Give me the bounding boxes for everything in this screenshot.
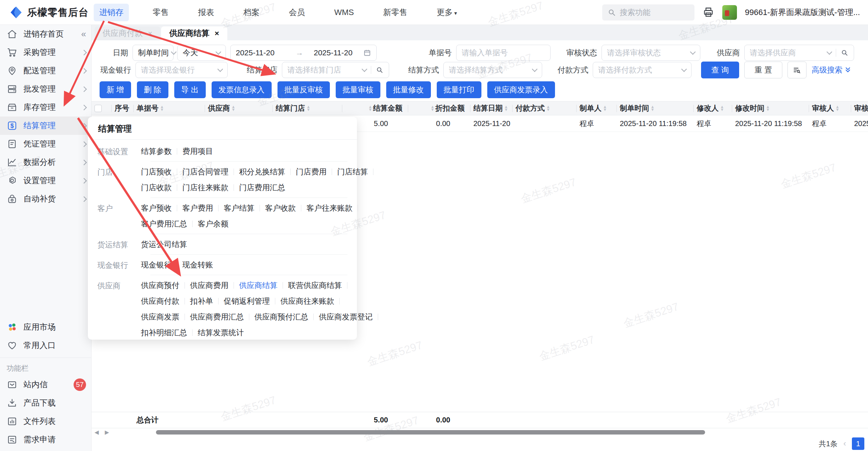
sort-icon[interactable]: ▲▼	[835, 105, 839, 111]
audit-status-select[interactable]: 请选择审核状态	[601, 45, 700, 61]
delete-button[interactable]: 删 除	[137, 81, 168, 98]
menu-link[interactable]: 客户费用汇总	[141, 219, 187, 229]
close-tab-icon[interactable]: ×	[148, 29, 152, 38]
col-supplier[interactable]: 供应商▲▼	[205, 101, 273, 115]
advanced-search-link[interactable]: 高级搜索	[812, 65, 851, 75]
query-button[interactable]: 查 询	[701, 62, 739, 78]
menu-item-wms[interactable]: WMS	[329, 4, 360, 21]
sidebar-item-delivery[interactable]: 配送管理	[0, 62, 91, 80]
menu-item-archives[interactable]: 档案	[238, 4, 265, 21]
user-avatar[interactable]	[722, 5, 737, 20]
date-quick-select[interactable]: 今天	[177, 45, 226, 61]
sort-icon[interactable]: ▲▼	[368, 105, 372, 111]
col-make-time[interactable]: 制单时间▲▼	[617, 101, 694, 115]
sidebar-item-settlement[interactable]: $ 结算管理	[0, 117, 91, 135]
pay-method-select[interactable]: 请选择付款方式	[593, 62, 692, 78]
menu-link[interactable]: 客户费用	[182, 203, 213, 213]
col-pay-method[interactable]: 付款方式▲▼	[513, 101, 577, 115]
tab-supplier-settlement[interactable]: 供应商结算 ×	[161, 26, 227, 40]
col-bill-no[interactable]: 单据号▲▼	[134, 101, 205, 115]
sidebar-item-settings[interactable]: 设置管理	[0, 171, 91, 190]
sort-icon[interactable]: ▲▼	[160, 105, 164, 111]
menu-link[interactable]: 门店收款	[141, 182, 172, 193]
sort-icon[interactable]: ▲▼	[720, 105, 724, 111]
menu-item-reports[interactable]: 报表	[193, 4, 220, 21]
menu-link[interactable]: 费用项目	[182, 146, 213, 156]
menu-link[interactable]: 供应商发票	[141, 312, 179, 322]
menu-item-retail[interactable]: 零售	[147, 4, 174, 21]
menu-link[interactable]: 现金银行	[141, 260, 172, 270]
batch-unaudit-button[interactable]: 批量反审核	[277, 81, 330, 98]
menu-link-supplier-settlement[interactable]: 供应商结算	[239, 280, 277, 291]
tab-supplier-payment[interactable]: 供应商付款 ×	[94, 26, 160, 40]
menu-link[interactable]: 积分兑换结算	[239, 167, 285, 177]
menu-link[interactable]: 客户结算	[224, 203, 254, 213]
prev-page-icon[interactable]: ‹	[843, 439, 846, 448]
menu-link[interactable]: 门店费用汇总	[239, 182, 285, 193]
scroll-right-icon[interactable]: ▶	[102, 429, 112, 436]
close-tab-icon[interactable]: ×	[215, 29, 219, 38]
invoice-entry-button[interactable]: 发票信息录入	[212, 81, 272, 98]
global-search-input[interactable]: 搜索功能	[602, 4, 694, 21]
menu-link[interactable]: 货运公司结算	[141, 239, 187, 249]
col-modify-time[interactable]: 修改时间▲▼	[732, 101, 809, 115]
select-all-cell[interactable]	[92, 101, 112, 115]
col-settle-amount[interactable]: ▲▼结算金额	[342, 101, 408, 115]
sidebar-item-stock[interactable]: 库存管理	[0, 98, 91, 117]
menu-link[interactable]: 门店预收	[141, 167, 172, 177]
printer-icon[interactable]	[703, 7, 714, 18]
menu-link[interactable]: 门店合同管理	[182, 167, 228, 177]
sort-icon[interactable]: ▲▼	[546, 105, 550, 111]
batch-print-button[interactable]: 批量打印	[437, 81, 481, 98]
sidebar-item-home[interactable]: 进销存首页 «	[0, 25, 91, 43]
cash-bank-select[interactable]: 请选择现金银行	[135, 62, 228, 78]
scrollbar-thumb[interactable]	[156, 430, 705, 435]
menu-link[interactable]: 扣补明细汇总	[141, 328, 187, 338]
menu-link[interactable]: 扣补单	[190, 296, 213, 306]
reset-button[interactable]: 重 置	[744, 62, 782, 78]
menu-link[interactable]: 供应商往来账款	[280, 296, 334, 306]
menu-link[interactable]: 供应商预付	[141, 280, 179, 291]
sidebar-item-messages[interactable]: 站内信 57	[0, 376, 91, 394]
sidebar-item-purchase[interactable]: 采购管理	[0, 43, 91, 62]
date-to[interactable]: 2025-11-20	[314, 48, 363, 57]
sort-icon[interactable]: ▲▼	[651, 105, 655, 111]
menu-link[interactable]: 供应商付款	[141, 296, 179, 306]
menu-link[interactable]: 促销返利管理	[224, 296, 270, 306]
export-button[interactable]: 导 出	[174, 81, 206, 98]
menu-link[interactable]: 供应商预付汇总	[254, 312, 308, 322]
menu-link[interactable]: 供应商费用	[190, 280, 228, 291]
col-modifier[interactable]: 修改人▲▼	[694, 101, 732, 115]
supplier-search-icon[interactable]	[836, 49, 849, 57]
menu-link[interactable]: 结算参数	[141, 146, 172, 156]
menu-link[interactable]: 现金转账	[182, 260, 213, 270]
sidebar-item-favorites[interactable]: 常用入口	[0, 336, 91, 355]
menu-link[interactable]: 门店结算	[337, 167, 368, 177]
sort-icon[interactable]: ▲▼	[504, 105, 508, 111]
menu-link[interactable]: 客户收款	[265, 203, 296, 213]
col-auditor[interactable]: 审核人▲▼	[809, 101, 851, 115]
sort-icon[interactable]: ▲▼	[766, 105, 770, 111]
col-discount-amount[interactable]: ▲▼折扣金额	[408, 101, 470, 115]
menu-item-new-retail[interactable]: 新零售	[378, 4, 413, 21]
menu-item-inventory[interactable]: 进销存	[94, 4, 129, 21]
menu-link[interactable]: 门店费用	[296, 167, 327, 177]
menu-link[interactable]: 联营供应商结算	[288, 280, 342, 291]
sidebar-item-files[interactable]: 文件列表	[0, 412, 91, 430]
filter-settings-button[interactable]	[787, 62, 806, 78]
sidebar-item-requests[interactable]: 需求申请	[0, 430, 91, 449]
sort-icon[interactable]: ▲▼	[431, 105, 435, 111]
menu-link[interactable]: 供应商发票登记	[319, 312, 373, 322]
current-page-button[interactable]: 1	[852, 437, 864, 450]
col-settle-store[interactable]: 结算门店▲▼	[273, 101, 342, 115]
date-range-input[interactable]: 2025-11-20 → 2025-11-20	[230, 45, 377, 61]
sort-icon[interactable]: ▲▼	[306, 105, 310, 111]
date-from[interactable]: 2025-11-20	[236, 48, 285, 57]
sort-icon[interactable]: ▲▼	[231, 105, 235, 111]
settle-store-select[interactable]: 请选择结算门店	[282, 62, 389, 78]
select-all-checkbox[interactable]	[94, 105, 102, 112]
store-search-icon[interactable]	[371, 66, 384, 74]
menu-item-members[interactable]: 会员	[283, 4, 310, 21]
supplier-select[interactable]: 请选择供应商	[744, 45, 854, 61]
menu-link[interactable]: 结算发票统计	[198, 328, 244, 338]
